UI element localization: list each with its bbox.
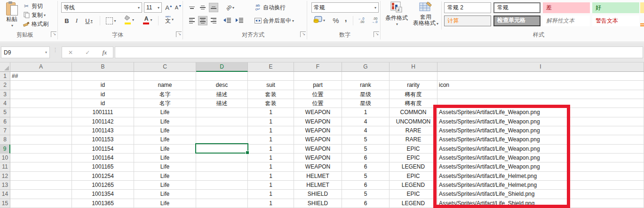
cell-D4[interactable]: 描述 bbox=[196, 99, 248, 108]
font-size-combo[interactable]: 11 ▾ bbox=[144, 2, 162, 13]
cell-E2[interactable]: suit bbox=[248, 81, 294, 90]
cell-A1[interactable]: ## bbox=[10, 72, 72, 81]
font-dialog-launcher-icon[interactable]: ↘ bbox=[176, 31, 182, 37]
cell-G15[interactable]: 6 bbox=[342, 199, 390, 208]
font-name-combo[interactable]: 等线 ▾ bbox=[61, 2, 142, 13]
cell-H6[interactable]: UNCOMMON bbox=[390, 117, 437, 126]
cell-D1[interactable] bbox=[196, 72, 248, 81]
cell-B15[interactable]: 1001365 bbox=[72, 199, 134, 208]
selected-cell-outline[interactable] bbox=[195, 143, 248, 154]
cell-I2[interactable]: icon bbox=[437, 81, 644, 90]
cell-D3[interactable]: 描述 bbox=[196, 90, 248, 99]
cell-B2[interactable]: id bbox=[72, 81, 134, 90]
cell-E12[interactable]: 1 bbox=[248, 172, 294, 181]
cell-B4[interactable]: id bbox=[72, 99, 134, 108]
orientation-button[interactable]: ab ▾ bbox=[222, 3, 238, 12]
cell-C8[interactable]: Life bbox=[134, 135, 196, 144]
cell-H14[interactable]: EPIC bbox=[390, 190, 437, 199]
column-header-H[interactable]: H bbox=[390, 62, 437, 72]
cell-E7[interactable]: 1 bbox=[248, 126, 294, 135]
cell-C6[interactable]: Life bbox=[134, 117, 196, 126]
row-header-10[interactable]: 10 bbox=[0, 154, 10, 162]
alignment-dialog-launcher-icon[interactable]: ↘ bbox=[300, 31, 306, 37]
format-as-table-button[interactable]: 套用 表格格式▾ bbox=[411, 1, 440, 31]
column-header-E[interactable]: E bbox=[248, 62, 294, 72]
number-dialog-launcher-icon[interactable]: ↘ bbox=[374, 31, 379, 37]
cell-H1[interactable] bbox=[390, 72, 437, 81]
cell-H10[interactable]: EPIC bbox=[390, 154, 437, 162]
cell-F14[interactable]: SHIELD bbox=[294, 190, 342, 199]
cell-G6[interactable]: 4 bbox=[342, 117, 390, 126]
cell-F11[interactable]: WEAPON bbox=[294, 162, 342, 171]
cell-I3[interactable] bbox=[437, 90, 644, 99]
cell-F4[interactable]: 位置 bbox=[294, 99, 342, 108]
cell-H4[interactable]: 稀有度 bbox=[390, 99, 437, 108]
cell-C9[interactable]: Life bbox=[134, 145, 196, 154]
cell-C14[interactable]: Life bbox=[134, 190, 196, 199]
formula-bar-grip-icon[interactable]: ⋮ bbox=[53, 47, 58, 53]
increase-indent-button[interactable] bbox=[234, 16, 245, 25]
cell-E5[interactable]: 1 bbox=[248, 108, 294, 117]
cell-B10[interactable]: 1001164 bbox=[72, 154, 134, 162]
cell-D14[interactable] bbox=[196, 190, 248, 199]
cell-C15[interactable]: Life bbox=[134, 199, 196, 208]
cell-E10[interactable]: 1 bbox=[248, 154, 294, 162]
underline-button[interactable]: U▾ bbox=[83, 16, 95, 25]
percent-style-button[interactable]: % bbox=[330, 15, 342, 25]
italic-button[interactable]: I bbox=[73, 16, 80, 25]
cell-G10[interactable]: 6 bbox=[342, 154, 390, 162]
cell-B6[interactable]: 1001142 bbox=[72, 117, 134, 126]
cell-I1[interactable] bbox=[437, 72, 644, 81]
cell-D6[interactable] bbox=[196, 117, 248, 126]
font-color-button[interactable]: A ▾ bbox=[140, 15, 155, 24]
cell-style-chip-3[interactable]: 差 bbox=[543, 2, 590, 13]
cell-G9[interactable]: 5 bbox=[342, 145, 390, 154]
cell-H12[interactable]: EPIC bbox=[390, 172, 437, 181]
cell-F13[interactable]: HELMET bbox=[294, 181, 342, 190]
cell-A10[interactable] bbox=[10, 154, 72, 162]
column-header-B[interactable]: B bbox=[72, 62, 134, 72]
cell-A4[interactable] bbox=[10, 99, 72, 108]
align-center-button[interactable] bbox=[198, 16, 207, 25]
cell-A8[interactable] bbox=[10, 135, 72, 144]
cell-F3[interactable]: 位置 bbox=[294, 90, 342, 99]
merge-center-button[interactable]: 合并后居中 ▾ bbox=[254, 16, 294, 25]
row-header-13[interactable]: 13 bbox=[0, 181, 10, 190]
cell-A13[interactable] bbox=[10, 181, 72, 190]
cell-D15[interactable] bbox=[196, 199, 248, 208]
cell-D11[interactable] bbox=[196, 162, 248, 171]
name-box-dropdown-icon[interactable]: ▾ bbox=[45, 50, 47, 54]
cell-B12[interactable]: 1001254 bbox=[72, 172, 134, 181]
align-middle-button[interactable] bbox=[198, 3, 207, 12]
cell-D7[interactable] bbox=[196, 126, 248, 135]
cell-A3[interactable] bbox=[10, 90, 72, 99]
cell-A12[interactable] bbox=[10, 172, 72, 181]
cell-A6[interactable] bbox=[10, 117, 72, 126]
row-header-11[interactable]: 11 bbox=[0, 162, 10, 171]
format-painter-button[interactable]: 格式刷 bbox=[23, 20, 48, 28]
phonetic-guide-button[interactable]: wén 文 ▾ bbox=[161, 15, 178, 24]
row-header-1[interactable]: 1 bbox=[0, 72, 10, 81]
column-header-A[interactable]: A bbox=[10, 62, 72, 72]
column-header-C[interactable]: C bbox=[134, 62, 196, 72]
cell-F8[interactable]: WEAPON bbox=[294, 135, 342, 144]
cell-G2[interactable]: rank bbox=[342, 81, 390, 90]
row-header-8[interactable]: 8 bbox=[0, 135, 10, 144]
cell-B11[interactable]: 1001165 bbox=[72, 162, 134, 171]
cell-B8[interactable]: 1001153 bbox=[72, 135, 134, 144]
cell-D5[interactable] bbox=[196, 108, 248, 117]
cell-H5[interactable]: COMMON bbox=[390, 108, 437, 117]
cell-B13[interactable]: 1001265 bbox=[72, 181, 134, 190]
cell-A11[interactable] bbox=[10, 162, 72, 171]
row-header-2[interactable]: 2 bbox=[0, 81, 10, 90]
cell-B9[interactable]: 1001154 bbox=[72, 145, 134, 154]
cell-E1[interactable] bbox=[248, 72, 294, 81]
number-format-combo[interactable]: 常规 ▾ bbox=[311, 2, 379, 13]
cell-E4[interactable]: 套装 bbox=[248, 99, 294, 108]
cell-A14[interactable] bbox=[10, 190, 72, 199]
cell-F10[interactable]: WEAPON bbox=[294, 154, 342, 162]
cell-D12[interactable] bbox=[196, 172, 248, 181]
formula-input[interactable] bbox=[115, 46, 643, 58]
cell-F7[interactable]: WEAPON bbox=[294, 126, 342, 135]
row-header-12[interactable]: 12 bbox=[0, 172, 10, 181]
